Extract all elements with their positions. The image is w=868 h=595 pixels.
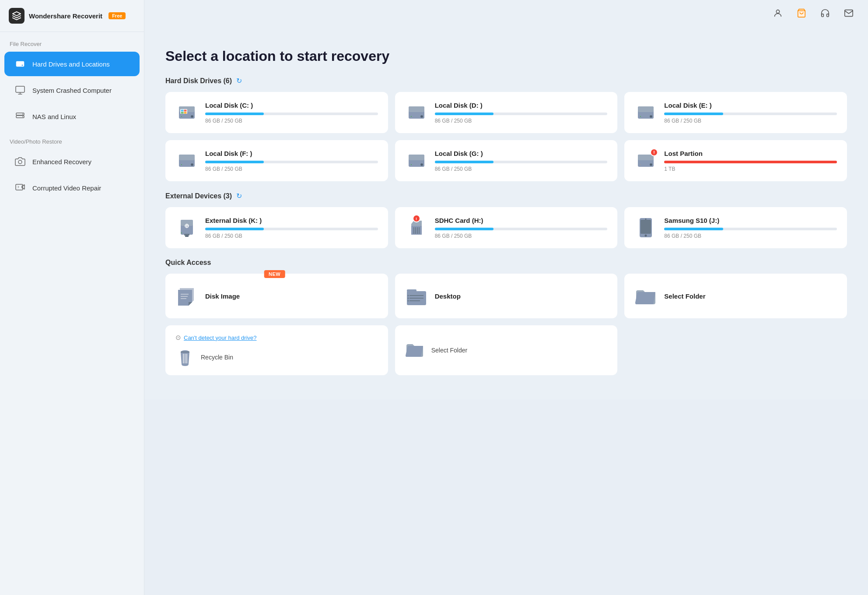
qa-name-select-folder: Select Folder bbox=[664, 292, 705, 300]
sidebar: Wondershare Recoverit Free File Recover … bbox=[0, 0, 144, 595]
new-badge: NEW bbox=[264, 270, 285, 278]
hdd-drives-grid: Local Disk (C: ) 86 GB / 250 GB bbox=[165, 92, 847, 181]
sidebar-item-nas-linux-label: NAS and Linux bbox=[32, 113, 76, 120]
app-logo bbox=[9, 8, 24, 24]
svg-point-78 bbox=[407, 295, 409, 296]
drive-size-f: 86 GB / 250 GB bbox=[205, 166, 378, 172]
external-devices-grid: External Disk (K: ) 86 GB / 250 GB bbox=[165, 207, 847, 248]
drive-card-h[interactable]: ! SDHC Card (H:) 86 GB / 250 GB bbox=[395, 207, 618, 248]
drive-icon-k bbox=[175, 216, 198, 239]
svg-point-49 bbox=[651, 164, 652, 165]
hdd-refresh-icon[interactable]: ↻ bbox=[236, 77, 242, 85]
svg-rect-37 bbox=[179, 155, 195, 160]
svg-point-9 bbox=[22, 114, 23, 115]
main-wrapper: Select a location to start recovery Hard… bbox=[144, 0, 868, 595]
drive-card-g[interactable]: Local Disk (G: ) 86 GB / 250 GB bbox=[395, 140, 618, 181]
drive-name-h: SDHC Card (H:) bbox=[435, 217, 608, 224]
drive-bar-container-j bbox=[664, 228, 837, 230]
quick-access-header: Quick Access bbox=[165, 259, 847, 267]
drive-card-d[interactable]: Local Disk (D: ) 86 GB / 250 GB bbox=[395, 92, 618, 133]
headset-icon-btn[interactable] bbox=[818, 6, 832, 20]
drive-card-lost[interactable]: Lost Partion 1 TB bbox=[624, 140, 847, 181]
drive-size-d: 86 GB / 250 GB bbox=[435, 118, 608, 124]
nas-icon bbox=[14, 110, 26, 123]
main-content: Select a location to start recovery Hard… bbox=[144, 26, 868, 400]
hdd-icon bbox=[14, 58, 26, 70]
qa-card-disk-image[interactable]: NEW Disk Image bbox=[165, 274, 388, 318]
user-icon-btn[interactable] bbox=[771, 6, 785, 20]
sidebar-item-system-crashed[interactable]: System Crashed Computer bbox=[4, 78, 140, 102]
drive-bar-e bbox=[664, 113, 723, 115]
external-section-title: External Devices (3) bbox=[165, 192, 232, 200]
bottom-select-folder-label: Select Folder bbox=[431, 347, 467, 354]
svg-rect-55 bbox=[184, 234, 189, 236]
svg-point-11 bbox=[18, 160, 22, 164]
drive-bar-container-e bbox=[664, 113, 837, 115]
drive-bar-lost bbox=[664, 161, 837, 163]
sidebar-item-system-crashed-label: System Crashed Computer bbox=[32, 87, 112, 94]
drive-name-c: Local Disk (C: ) bbox=[205, 102, 378, 109]
drive-icon-g bbox=[405, 149, 428, 172]
svg-point-35 bbox=[640, 116, 641, 117]
bottom-select-folder-card[interactable]: Select Folder bbox=[395, 325, 618, 375]
drive-size-e: 86 GB / 250 GB bbox=[664, 118, 837, 124]
section2-label: Video/Photo Restore bbox=[0, 130, 144, 148]
drive-icon-f bbox=[175, 149, 198, 172]
drive-bar-container-lost bbox=[664, 161, 837, 163]
external-refresh-icon[interactable]: ↻ bbox=[236, 192, 242, 200]
drive-bar-container-f bbox=[205, 161, 378, 163]
drive-info-lost: Lost Partion 1 TB bbox=[664, 150, 837, 172]
drive-card-k[interactable]: External Disk (K: ) 86 GB / 250 GB bbox=[165, 207, 388, 248]
free-badge: Free bbox=[108, 12, 126, 19]
cant-detect-card[interactable]: ⊙ Can't detect your hard drive? bbox=[165, 325, 388, 375]
cart-icon-btn[interactable] bbox=[794, 6, 808, 20]
quick-access-title: Quick Access bbox=[165, 259, 211, 267]
drive-icon-d bbox=[405, 101, 428, 124]
drive-bar-container-k bbox=[205, 228, 378, 230]
mail-icon-btn[interactable] bbox=[842, 6, 856, 20]
drive-name-f: Local Disk (F: ) bbox=[205, 150, 378, 157]
sidebar-item-hard-drives-label: Hard Drives and Locations bbox=[32, 60, 110, 68]
sidebar-item-nas-linux[interactable]: NAS and Linux bbox=[4, 104, 140, 129]
desktop-icon bbox=[405, 285, 428, 307]
drive-bar-container-h bbox=[435, 228, 608, 230]
sidebar-item-enhanced-recovery-label: Enhanced Recovery bbox=[32, 158, 91, 165]
sidebar-item-enhanced-recovery[interactable]: Enhanced Recovery bbox=[4, 149, 140, 174]
monitor-icon bbox=[14, 84, 26, 96]
drive-bar-c bbox=[205, 113, 264, 115]
drive-size-c: 86 GB / 250 GB bbox=[205, 118, 378, 124]
drive-card-e[interactable]: Local Disk (E: ) 86 GB / 250 GB bbox=[624, 92, 847, 133]
cant-detect-link[interactable]: Can't detect your hard drive? bbox=[184, 334, 257, 341]
repair-icon bbox=[14, 182, 26, 194]
svg-point-13 bbox=[776, 10, 779, 13]
svg-rect-22 bbox=[184, 112, 187, 114]
sidebar-item-hard-drives[interactable]: Hard Drives and Locations bbox=[4, 52, 140, 76]
drive-info-g: Local Disk (G: ) 86 GB / 250 GB bbox=[435, 150, 608, 172]
qa-card-select-folder[interactable]: Select Folder bbox=[624, 274, 847, 318]
sidebar-item-corrupted-video-label: Corrupted Video Repair bbox=[32, 184, 101, 192]
drive-info-d: Local Disk (D: ) 86 GB / 250 GB bbox=[435, 102, 608, 124]
drive-card-j[interactable]: Samsung S10 (J:) 86 GB / 250 GB bbox=[624, 207, 847, 248]
drive-icon-j bbox=[634, 216, 657, 239]
quick-access-grid: NEW Disk Image bbox=[165, 274, 847, 318]
question-mark-icon: ⊙ bbox=[175, 334, 181, 342]
qa-card-desktop[interactable]: Desktop bbox=[395, 274, 618, 318]
external-section-header: External Devices (3) ↻ bbox=[165, 192, 847, 200]
qa-name-disk-image: Disk Image bbox=[205, 292, 240, 300]
svg-point-29 bbox=[421, 116, 422, 117]
svg-rect-20 bbox=[184, 110, 187, 112]
svg-point-30 bbox=[411, 116, 412, 117]
drive-bar-container-c bbox=[205, 113, 378, 115]
section1-label: File Recover bbox=[0, 32, 144, 51]
drive-bar-container-g bbox=[435, 161, 608, 163]
drive-size-k: 86 GB / 250 GB bbox=[205, 233, 378, 239]
svg-rect-42 bbox=[409, 155, 424, 160]
folder-icon bbox=[634, 285, 657, 307]
drive-card-c[interactable]: Local Disk (C: ) 86 GB / 250 GB bbox=[165, 92, 388, 133]
svg-point-25 bbox=[181, 116, 182, 117]
drive-bar-container-d bbox=[435, 113, 608, 115]
camera-icon bbox=[14, 155, 26, 168]
sidebar-item-corrupted-video[interactable]: Corrupted Video Repair bbox=[4, 176, 140, 200]
drive-info-k: External Disk (K: ) 86 GB / 250 GB bbox=[205, 217, 378, 239]
drive-card-f[interactable]: Local Disk (F: ) 86 GB / 250 GB bbox=[165, 140, 388, 181]
